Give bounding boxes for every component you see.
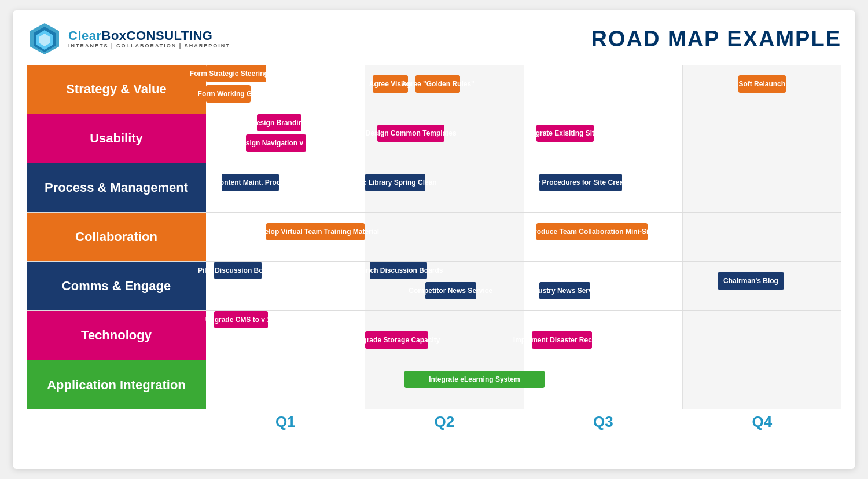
task-bar-collaboration-1: Introduce Team Collaboration Mini-Sites <box>536 223 648 240</box>
row-strategy: Strategy & ValueForm Strategic Steering … <box>27 65 841 114</box>
task-bar-collaboration-0: Develop Virtual Team Training Material <box>266 223 365 240</box>
row-content-technology: Upgrade CMS to v 1.2Upgrade Storage Capa… <box>206 311 841 360</box>
logo-icon <box>27 21 62 57</box>
task-bar-comms-0: Pilot Discussion Boards <box>214 262 262 279</box>
row-process: Process & ManagementContent Maint. Procs… <box>27 163 841 213</box>
row-collaboration: CollaborationDevelop Virtual Team Traini… <box>27 213 841 262</box>
row-label-strategy: Strategy & Value <box>27 65 206 114</box>
task-bar-strategy-4: Soft Relaunch <box>738 75 786 93</box>
row-label-comms: Comms & Engage <box>27 262 206 310</box>
quarter-labels: Q1Q2Q3Q4 <box>27 413 841 431</box>
row-label-technology: Technology <box>27 311 206 360</box>
quarter-label-q2: Q2 <box>365 413 524 431</box>
logo-box: Box <box>102 28 127 43</box>
logo-consulting: CONSULTING <box>127 28 213 43</box>
row-content-appintegration: Integrate eLearning System <box>206 360 841 409</box>
task-bar-strategy-1: Form Working Grp <box>206 85 251 103</box>
row-label-collaboration: Collaboration <box>27 213 206 261</box>
logo-sub: INTRANETS | COLLABORATION | SHAREPOINT <box>68 43 230 49</box>
task-bar-strategy-0: Form Strategic Steering Grp <box>206 65 266 82</box>
row-appintegration: Application IntegrationIntegrate eLearni… <box>27 360 841 409</box>
quarter-label-q3: Q3 <box>524 413 683 431</box>
logo-clear: Clear <box>68 28 102 43</box>
quarter-label-q1: Q1 <box>206 413 365 431</box>
row-label-appintegration: Application Integration <box>27 360 206 409</box>
row-content-process: Content Maint. Procs.Doc Library Spring … <box>206 163 841 212</box>
task-bar-technology-1: Upgrade Storage Capacity <box>365 331 429 349</box>
task-bar-comms-3: Industry News Service <box>539 282 590 299</box>
row-comms: Comms & EngagePilot Discussion BoardsLau… <box>27 262 841 311</box>
header: ClearBoxCONSULTING INTRANETS | COLLABORA… <box>27 21 841 57</box>
task-bar-appintegration-0: Integrate eLearning System <box>404 371 545 388</box>
row-usability: UsabilityDesign BrandingDesign Navigatio… <box>27 114 841 163</box>
row-content-usability: Design BrandingDesign Navigation v 2.1De… <box>206 114 841 163</box>
page-title: ROAD MAP EXAMPLE <box>591 27 841 52</box>
logo-area: ClearBoxCONSULTING INTRANETS | COLLABORA… <box>27 21 230 57</box>
task-bar-usability-0: Design Branding <box>257 114 301 131</box>
row-content-strategy: Form Strategic Steering GrpForm Working … <box>206 65 841 114</box>
row-content-comms: Pilot Discussion BoardsLaunch Discussion… <box>206 262 841 310</box>
task-bar-process-1: Doc Library Spring Clean <box>365 174 425 191</box>
roadmap: Strategy & ValueForm Strategic Steering … <box>27 65 841 409</box>
task-bar-technology-2: Implement Disaster Recovery <box>532 331 592 349</box>
main-container: ClearBoxCONSULTING INTRANETS | COLLABORA… <box>13 10 855 469</box>
task-bar-comms-2: Competitor News Service <box>425 282 476 299</box>
row-technology: TechnologyUpgrade CMS to v 1.2Upgrade St… <box>27 311 841 360</box>
task-bar-usability-3: Migrate Exisiting Sites <box>536 125 594 142</box>
task-bar-process-2: New Procedures for Site Creation <box>539 174 622 191</box>
row-content-collaboration: Develop Virtual Team Training MaterialIn… <box>206 213 841 261</box>
quarter-label-q4: Q4 <box>683 413 842 431</box>
task-bar-comms-1: Launch Discussion Boards <box>370 262 427 279</box>
task-bar-technology-0: Upgrade CMS to v 1.2 <box>214 311 268 328</box>
row-label-usability: Usability <box>27 114 206 163</box>
logo-text: ClearBoxCONSULTING INTRANETS | COLLABORA… <box>68 29 230 49</box>
task-bar-strategy-3: Agree "Golden Rules" <box>415 75 460 93</box>
row-label-process: Process & Management <box>27 163 206 212</box>
task-bar-usability-2: Design Common Templates <box>377 125 444 142</box>
task-bar-comms-4: Chairman's Blog <box>718 272 784 290</box>
task-bar-usability-1: Design Navigation v 2.1 <box>246 134 306 152</box>
task-bar-process-0: Content Maint. Procs. <box>222 174 279 191</box>
